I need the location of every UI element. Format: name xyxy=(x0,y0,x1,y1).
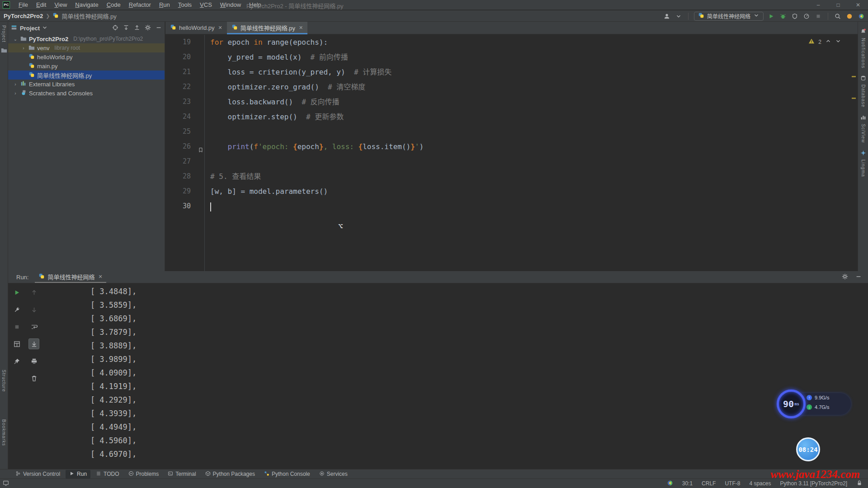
tree-item-PyTorch2Pro2[interactable]: ⌄PyTorch2Pro2D:\python_pro\PyTorch2Pro2 xyxy=(8,34,165,43)
maximize-button[interactable]: □ xyxy=(828,0,848,10)
collapse-all-icon[interactable] xyxy=(134,24,140,32)
structure-stripe-button[interactable]: Structure xyxy=(1,370,6,392)
toolwindow-button-todo[interactable]: TODO xyxy=(92,470,123,479)
toolwindow-button-terminal[interactable]: Terminal xyxy=(164,470,199,479)
write-access-icon[interactable] xyxy=(856,480,863,488)
menu-file[interactable]: File xyxy=(14,0,32,9)
toolwindow-button-run[interactable]: Run xyxy=(66,470,90,479)
run-console-output[interactable]: [ 3.4848], [ 3.5859], [ 3.6869], [ 3.787… xyxy=(53,285,859,469)
code-line-23[interactable]: 23 loss.backward() # 反向传播 xyxy=(165,94,858,109)
network-speed-widget[interactable]: ↑ 9.9G/s ↓ 4.7G/s 90ms xyxy=(777,389,852,418)
file-encoding[interactable]: UTF-8 xyxy=(725,480,740,487)
code-line-25[interactable]: 25 xyxy=(165,124,858,139)
expand-all-icon[interactable] xyxy=(123,24,129,32)
minimize-button[interactable]: – xyxy=(808,0,828,10)
tree-item-helloWorld.py[interactable]: helloWorld.py xyxy=(8,52,165,61)
rerun-button[interactable] xyxy=(11,287,22,298)
code-line-30[interactable]: 30 xyxy=(165,199,858,214)
gear-icon[interactable] xyxy=(145,24,151,32)
bookmarks-stripe-button[interactable]: Bookmarks xyxy=(1,419,6,446)
search-everywhere-icon[interactable] xyxy=(834,12,842,20)
editor-tab-简单线性神经网络.py[interactable]: 简单线性神经网络.py✕ xyxy=(227,22,308,34)
debug-button[interactable] xyxy=(779,12,787,20)
close-icon[interactable]: ✕ xyxy=(299,25,303,31)
breadcrumb-project[interactable]: PyTorch2Pro2 xyxy=(4,13,43,19)
locate-file-icon[interactable] xyxy=(112,24,118,32)
trash-button[interactable] xyxy=(28,373,39,384)
menu-refactor[interactable]: Refactor xyxy=(125,0,155,9)
tree-item-Scratches-and-Consoles[interactable]: ›Scratches and Consoles xyxy=(8,89,165,98)
menu-navigate[interactable]: Navigate xyxy=(71,0,102,9)
close-icon[interactable]: ✕ xyxy=(98,274,102,280)
gear-icon[interactable] xyxy=(842,273,848,281)
breadcrumb-file[interactable]: 简单线性神经网络.py xyxy=(61,12,116,20)
folder-icon[interactable] xyxy=(1,47,8,55)
tree-collapsed-arrow-icon[interactable]: › xyxy=(21,46,26,51)
plugin-icon[interactable] xyxy=(857,12,865,20)
toolwindow-button-version-control[interactable]: Version Control xyxy=(12,470,64,479)
code-line-27[interactable]: 27 xyxy=(165,154,858,169)
tree-collapsed-arrow-icon[interactable]: › xyxy=(13,91,18,96)
line-separator[interactable]: CRLF xyxy=(702,480,716,487)
close-button[interactable]: ✕ xyxy=(848,0,868,10)
code-line-21[interactable]: 21 loss = criterion(y_pred, y) # 计算损失 xyxy=(165,65,858,80)
tool-window-switcher-icon[interactable] xyxy=(3,480,9,488)
menu-edit[interactable]: Edit xyxy=(32,0,50,9)
code-line-26[interactable]: 26 print(f'epoch: {epoch}, loss: {loss.i… xyxy=(165,139,858,154)
softwrap-button[interactable] xyxy=(28,321,39,332)
user-icon[interactable] xyxy=(663,12,671,20)
code-line-29[interactable]: 29[w, b] = model.parameters() xyxy=(165,184,858,199)
caret-position[interactable]: 30:1 xyxy=(682,480,693,487)
tree-item-External-Libraries[interactable]: ›External Libraries xyxy=(8,80,165,89)
code-line-28[interactable]: 28# 5. 查看结果 xyxy=(165,169,858,184)
code-line-22[interactable]: 22 optimizer.zero_grad() # 清空梯度 xyxy=(165,80,858,94)
inspection-widget[interactable]: 2 xyxy=(808,38,841,46)
tree-item-简单线性神经网络.py[interactable]: 简单线性神经网络.py xyxy=(8,70,165,80)
arrow-down-button[interactable] xyxy=(28,304,39,315)
status-plugin-icon[interactable] xyxy=(667,480,673,488)
printer-button[interactable] xyxy=(28,356,39,366)
pin-button[interactable] xyxy=(11,356,22,366)
close-icon[interactable]: ✕ xyxy=(218,25,222,31)
wrench-button[interactable] xyxy=(11,304,22,315)
code-line-20[interactable]: 20 y_pred = model(x) # 前向传播 xyxy=(165,50,858,65)
menu-window[interactable]: Window xyxy=(216,0,245,9)
indent-setting[interactable]: 4 spaces xyxy=(749,480,771,487)
toolwindow-button-python-console[interactable]: Python Console xyxy=(260,470,314,479)
toolwindow-button-services[interactable]: Services xyxy=(316,470,351,479)
lingma-stripe-button[interactable]: Lingma xyxy=(858,150,868,177)
menu-vcs[interactable]: VCS xyxy=(196,0,216,9)
editor-tab-helloWorld.py[interactable]: helloWorld.py✕ xyxy=(165,22,227,34)
update-notification-icon[interactable] xyxy=(845,12,854,20)
layout-button[interactable] xyxy=(11,338,22,349)
menu-code[interactable]: Code xyxy=(103,0,125,9)
project-stripe-button[interactable]: Project xyxy=(1,25,8,42)
interpreter[interactable]: Python 3.11 [PyTorch2Pro2] xyxy=(780,480,847,487)
chevron-down-icon[interactable] xyxy=(835,38,841,46)
stop-button[interactable] xyxy=(11,321,22,332)
sciview-stripe-button[interactable]: SciView xyxy=(858,114,868,143)
project-panel-title[interactable]: Project xyxy=(20,25,40,32)
toolwindow-button-python-packages[interactable]: Python Packages xyxy=(202,470,259,479)
menu-tools[interactable]: Tools xyxy=(174,0,196,9)
code-editor[interactable]: 19for epoch in range(epochs):20 y_pred =… xyxy=(165,35,858,271)
scroll-end-button[interactable] xyxy=(28,338,39,349)
run-tab[interactable]: 简单线性神经网络 ✕ xyxy=(35,271,106,283)
menu-run[interactable]: Run xyxy=(155,0,174,9)
hide-panel-icon[interactable] xyxy=(156,24,162,32)
chevron-down-icon[interactable] xyxy=(675,12,683,20)
recording-timer[interactable]: 08:24 xyxy=(796,437,820,461)
code-line-24[interactable]: 24 optimizer.step() # 更新参数 xyxy=(165,109,858,124)
run-button[interactable] xyxy=(767,12,775,20)
database-stripe-button[interactable]: Database xyxy=(858,75,868,108)
code-line-19[interactable]: 19for epoch in range(epochs): xyxy=(165,35,858,50)
chevron-up-icon[interactable] xyxy=(825,38,831,46)
tree-item-main.py[interactable]: main.py xyxy=(8,61,165,70)
tree-collapsed-arrow-icon[interactable]: › xyxy=(13,82,18,87)
run-configuration-select[interactable]: 简单线性神经网络 xyxy=(694,12,764,21)
tree-expanded-arrow-icon[interactable]: ⌄ xyxy=(13,37,18,42)
chevron-down-icon[interactable] xyxy=(42,24,48,32)
coverage-button[interactable] xyxy=(791,12,799,20)
menu-view[interactable]: View xyxy=(50,0,71,9)
tree-item-venv[interactable]: ›venvlibrary root xyxy=(8,43,165,52)
